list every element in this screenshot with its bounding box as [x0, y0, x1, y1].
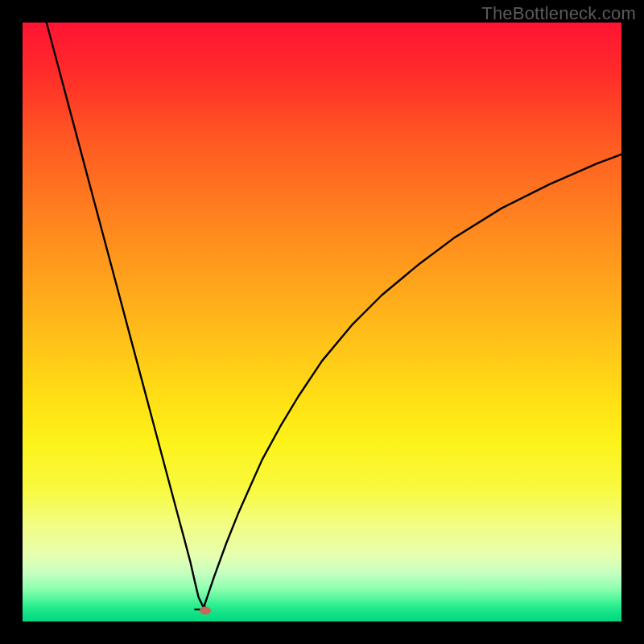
watermark-text: TheBottleneck.com — [481, 3, 636, 24]
bottleneck-chart — [0, 0, 644, 644]
gradient-background — [23, 23, 621, 621]
chart-frame: TheBottleneck.com — [0, 0, 644, 644]
current-point-marker — [200, 607, 211, 615]
